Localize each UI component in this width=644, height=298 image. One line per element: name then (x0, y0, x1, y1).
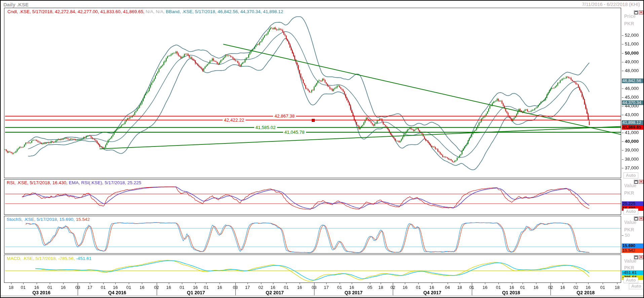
tick-dash (622, 71, 623, 71)
time-tick-label: 01 (126, 285, 131, 290)
time-tick (485, 283, 485, 284)
time-tick (448, 283, 448, 284)
time-tick (23, 283, 24, 284)
time-tick (90, 283, 90, 284)
close-icon[interactable]: ✕ (639, 217, 643, 221)
time-tick (142, 283, 142, 284)
time-tick (576, 283, 576, 284)
price-chart-canvas[interactable] (1, 1, 644, 298)
quarter-label: Q2 2017 (266, 290, 284, 295)
quarter-separator (235, 283, 236, 295)
time-tick (381, 283, 381, 284)
time-tick-label: 01 (600, 285, 605, 290)
time-tick (405, 283, 405, 284)
time-tick-label: 17 (87, 285, 92, 290)
time-tick (261, 283, 261, 284)
time-tick-label: 16 (429, 285, 434, 290)
time-tick (248, 283, 248, 284)
time-tick-label: 16 (61, 285, 66, 290)
time-tick (498, 283, 499, 284)
time-tick-label: 01 (337, 285, 342, 290)
quarter-separator (157, 283, 157, 295)
time-tick (103, 283, 104, 284)
time-axis-auto-button[interactable]: Auto (629, 283, 644, 289)
tick-dash (622, 35, 623, 36)
time-tick-label: 02 (573, 285, 578, 290)
rsi-axis-auto-button[interactable]: Auto (623, 208, 638, 214)
macd-legend: MACD, .KSE, 5/17/2018, -785.56, -451.61 (7, 256, 91, 261)
tick-dash (622, 62, 623, 62)
price-tick-label: 37,000 (625, 165, 639, 170)
hline-label[interactable]: 42,422.22 (223, 117, 245, 122)
time-tick (326, 283, 327, 284)
stoch-axis[interactable]: ✕ Value PKR 50 15.69015.542 (622, 216, 644, 254)
time-tick-label: 16 (483, 285, 487, 290)
time-tick (418, 283, 419, 284)
tick-dash (622, 53, 623, 54)
tick-dash (622, 150, 623, 151)
rsi-axis[interactable]: ✕ Value PKR 25.22516.430 Auto (622, 179, 644, 215)
time-tick (286, 283, 287, 284)
rsi-legend: RSI, .KSE, 5/17/2018, 16.430, EMA, RSI(.… (7, 180, 141, 185)
time-tick-label: 01 (21, 285, 26, 290)
hline-label[interactable]: 41,045.78 (283, 129, 306, 134)
quarter-label: Q2 2018 (577, 290, 595, 295)
tick-dash (622, 141, 623, 142)
quarter-separator (551, 283, 551, 295)
hline-selection-handle[interactable] (312, 119, 315, 122)
axis-badge: 44,370.34 (622, 100, 644, 105)
stoch-axis-currency: PKR (624, 227, 634, 232)
time-tick (273, 283, 273, 284)
tick-dash (622, 97, 623, 98)
restore-button[interactable] (634, 10, 638, 14)
time-tick (617, 283, 617, 284)
time-tick (340, 283, 340, 284)
macd-axis[interactable]: ✕ Value PKR -451.61-785.56 Auto (622, 255, 644, 283)
close-icon[interactable]: ✕ (639, 180, 643, 184)
axis-badge: 25.225 (622, 201, 644, 206)
time-tick-label: 01 (204, 285, 209, 290)
time-tick-label: 18 (9, 285, 13, 290)
time-tick-label: 16 (509, 285, 514, 290)
time-tick-label: 16 (270, 285, 275, 290)
quarter-label: Q4 2017 (423, 290, 442, 295)
quarter-separator (472, 283, 472, 295)
time-tick (523, 283, 523, 284)
price-tick-label: 43,000 (625, 112, 639, 117)
time-tick-label: 01 (496, 285, 501, 290)
legend-part: EMA, RSI(.KSE), 5/17/2018, 25.225 (68, 180, 141, 185)
axis-badge: 15.542 (622, 248, 644, 253)
close-icon[interactable]: ✕ (639, 10, 643, 14)
time-tick-label: 05 (368, 285, 372, 290)
restore-button[interactable] (634, 255, 638, 259)
hline-label[interactable]: 41,585.02 (254, 125, 277, 130)
axis-badge: 15.690 (622, 243, 644, 248)
price-axis-currency: PKR (624, 21, 634, 26)
chart-window: Daily .KSE 7/11/2016 - 6/22/2018 (KHI) C… (0, 0, 644, 298)
legend-part: N/A, N/A, (145, 9, 165, 14)
close-icon[interactable]: ✕ (639, 255, 643, 259)
axis-badge: -451.61 (622, 270, 644, 275)
tick-dash (622, 168, 623, 168)
time-tick-label: 16 (34, 285, 39, 290)
price-axis[interactable]: ✕ Price PKR 52,00051,00050,00049,00048,0… (622, 8, 644, 178)
time-axis[interactable]: 1801160116031701160116021601160116031702… (1, 283, 644, 296)
macd-axis-currency: PKR (624, 265, 634, 270)
tick-dash (622, 133, 623, 133)
restore-icon (635, 217, 638, 220)
restore-button[interactable] (634, 217, 638, 221)
time-tick (603, 283, 603, 284)
stoch-mid-tick: 50 (625, 233, 630, 238)
time-tick (169, 283, 169, 284)
restore-button[interactable] (634, 180, 638, 184)
axis-badge: 41,869.65 (622, 125, 644, 130)
macd-axis-auto-button[interactable]: Auto (623, 277, 638, 283)
axis-badge: 41,898.12 (622, 120, 644, 125)
time-tick-label: 01 (416, 285, 421, 290)
legend-part: 15.542 (75, 217, 90, 222)
time-tick-label: 01 (520, 285, 525, 290)
quarter-separator (78, 283, 78, 295)
time-tick-label: 16 (533, 285, 538, 290)
price-axis-auto-button[interactable]: Auto (623, 172, 638, 178)
hline-label[interactable]: 42,867.38 (273, 113, 296, 119)
